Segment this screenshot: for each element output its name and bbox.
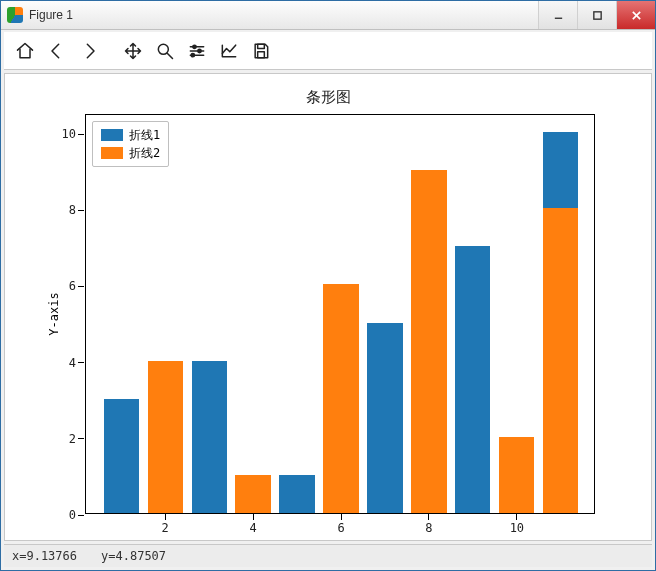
bar <box>279 475 314 513</box>
app-icon <box>7 7 23 23</box>
pan-button[interactable] <box>118 36 148 66</box>
legend-swatch-icon <box>101 129 123 141</box>
window-title: Figure 1 <box>29 8 538 22</box>
svg-rect-8 <box>258 44 265 48</box>
bar <box>192 361 227 513</box>
y-tick-label: 0 <box>69 508 86 522</box>
bar <box>543 208 578 513</box>
back-button[interactable] <box>42 36 72 66</box>
svg-point-6 <box>198 49 201 52</box>
y-tick-label: 8 <box>69 203 86 217</box>
cursor-x: x=9.13766 <box>12 549 77 563</box>
svg-point-4 <box>158 44 168 54</box>
y-tick-label: 6 <box>69 279 86 293</box>
bar <box>104 399 139 513</box>
bar <box>367 323 402 513</box>
minimize-button[interactable] <box>538 1 577 29</box>
chart-title: 条形图 <box>5 88 651 107</box>
legend-item: 折线2 <box>101 144 160 162</box>
statusbar: x=9.13766 y=4.87507 <box>4 544 652 567</box>
legend-item: 折线1 <box>101 126 160 144</box>
y-tick-label: 10 <box>62 127 86 141</box>
svg-rect-1 <box>593 11 600 18</box>
home-button[interactable] <box>10 36 40 66</box>
toolbar <box>4 32 652 70</box>
cursor-y: y=4.87507 <box>101 549 166 563</box>
maximize-button[interactable] <box>577 1 616 29</box>
configure-subplots-button[interactable] <box>182 36 212 66</box>
axes[interactable]: 折线1 折线2 X-axis Y-axis 0246810246810 <box>85 114 595 514</box>
bar <box>499 437 534 513</box>
bar <box>323 284 358 513</box>
titlebar[interactable]: Figure 1 <box>1 1 655 30</box>
figure-canvas[interactable]: 条形图 折线1 折线2 X-axis Y-axis 0246810246810 <box>4 73 652 541</box>
svg-rect-9 <box>258 52 265 58</box>
x-tick-label: 8 <box>425 513 432 535</box>
svg-point-7 <box>191 54 194 57</box>
y-tick-label: 2 <box>69 432 86 446</box>
legend-swatch-icon <box>101 147 123 159</box>
figure-window: Figure 1 条 <box>0 0 656 571</box>
edit-axes-button[interactable] <box>214 36 244 66</box>
bar <box>148 361 183 513</box>
bar <box>455 246 490 513</box>
x-tick-label: 10 <box>510 513 524 535</box>
close-button[interactable] <box>616 1 655 29</box>
window-buttons <box>538 1 655 29</box>
x-tick-label: 2 <box>162 513 169 535</box>
save-button[interactable] <box>246 36 276 66</box>
y-axis-label: Y-axis <box>47 292 61 335</box>
zoom-button[interactable] <box>150 36 180 66</box>
y-tick-label: 4 <box>69 356 86 370</box>
legend-label: 折线2 <box>129 144 160 162</box>
svg-point-5 <box>193 45 196 48</box>
bar <box>235 475 270 513</box>
bar <box>411 170 446 513</box>
x-axis-label: X-axis <box>86 539 594 541</box>
legend-label: 折线1 <box>129 126 160 144</box>
forward-button[interactable] <box>74 36 104 66</box>
legend: 折线1 折线2 <box>92 121 169 167</box>
x-tick-label: 6 <box>337 513 344 535</box>
x-tick-label: 4 <box>249 513 256 535</box>
